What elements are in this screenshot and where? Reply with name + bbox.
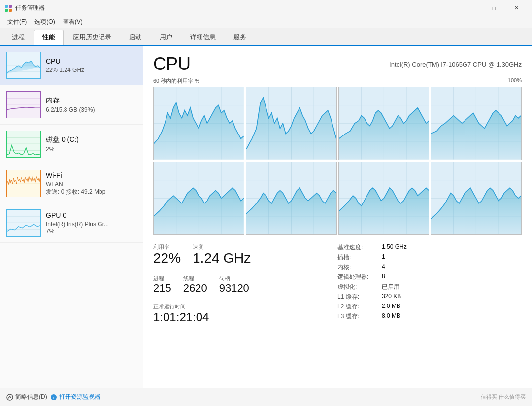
l3-val: 8.0 MB [382, 312, 400, 321]
sidebar-item-cpu[interactable]: CPU 22% 1.24 GHz [0, 46, 143, 85]
graph-max: 100% [508, 77, 522, 85]
watermark: 值得买 什么值得买 [481, 394, 526, 400]
slots-val: 1 [382, 253, 385, 262]
l1-val: 320 KB [382, 293, 401, 301]
base-speed-val: 1.50 GHz [382, 243, 407, 252]
brief-label: 简略信息(D) [15, 393, 47, 401]
utilization-value: 22% [153, 251, 181, 266]
maximize-button[interactable]: □ [482, 0, 505, 16]
memory-sidebar-info: 内存 6.2/15.8 GB (39%) [46, 96, 137, 113]
footer-left: 简略信息(D) i 打开资源监视器 [6, 393, 100, 401]
disk-sidebar-info: 磁盘 0 (C:) 2% [46, 135, 137, 153]
stat-row-proc-thread-handle: 进程 215 线程 2620 句柄 93120 [153, 275, 337, 299]
handles-label: 句柄 [219, 275, 249, 282]
gpu-sub2: Intel(R) Iris(R) Plus Gr... [46, 221, 137, 228]
info-virt: 虚拟化: 已启用 [337, 283, 522, 291]
utilization-label: 利用率 [153, 243, 181, 251]
disk-mini-graph [6, 131, 41, 158]
wifi-sub: 发送: 0 接收: 49.2 Mbp [46, 188, 137, 196]
disk-sub: 2% [46, 146, 137, 153]
app-icon [4, 4, 12, 12]
graph-section: 60 秒内的利用率 % 100% [143, 74, 532, 237]
cpu-core-1-graph [246, 87, 337, 160]
tab-bar: 进程 性能 应用历史记录 启动 用户 详细信息 服务 [0, 28, 532, 46]
stat-handles: 句柄 93120 [219, 275, 249, 294]
slots-key: 插槽: [337, 253, 382, 262]
cpu-core-4-graph [153, 162, 244, 235]
gpu-sidebar-info: GPU 0 Intel(R) Iris(R) Plus Gr... 7% [46, 211, 137, 235]
svg-rect-1 [9, 5, 12, 8]
info-l3: L3 缓存: 8.0 MB [337, 312, 522, 321]
info-cores: 内核: 4 [337, 263, 522, 271]
cpu-core-2-graph [338, 87, 430, 160]
cpu-title: CPU [46, 57, 137, 65]
tab-startup[interactable]: 启动 [121, 30, 150, 45]
sidebar: CPU 22% 1.24 GHz 内存 6.2/1 [0, 46, 143, 388]
menu-file[interactable]: 文件(F) [3, 17, 31, 28]
svg-rect-16 [7, 170, 40, 197]
tab-users[interactable]: 用户 [151, 30, 181, 45]
cpu-sub: 22% 1.24 GHz [46, 67, 137, 73]
cpu-mini-graph [6, 52, 41, 79]
tab-processes[interactable]: 进程 [3, 30, 33, 45]
sidebar-item-wifi[interactable]: Wi-Fi WLAN 发送: 0 接收: 49.2 Mbp [0, 164, 143, 203]
speed-label: 速度 [193, 243, 251, 251]
brief-info-button[interactable]: 简略信息(D) [6, 393, 47, 401]
tab-performance[interactable]: 性能 [34, 30, 64, 45]
stat-speed: 速度 1.24 GHz [193, 243, 251, 266]
graph-header: 60 秒内的利用率 % 100% [153, 77, 522, 85]
tab-services[interactable]: 服务 [225, 30, 255, 45]
sidebar-item-memory[interactable]: 内存 6.2/15.8 GB (39%) [0, 85, 143, 125]
cpu-core-7-graph [431, 162, 522, 235]
sidebar-item-gpu[interactable]: GPU 0 Intel(R) Iris(R) Plus Gr... 7% [0, 203, 143, 243]
cpu-core-3-graph [431, 87, 522, 160]
main-content: CPU 22% 1.24 GHz 内存 6.2/1 [0, 46, 532, 388]
wifi-sidebar-info: Wi-Fi WLAN 发送: 0 接收: 49.2 Mbp [46, 171, 137, 196]
stat-utilization: 利用率 22% [153, 243, 181, 266]
open-monitor-link[interactable]: i 打开资源监视器 [50, 393, 100, 401]
svg-text:i: i [53, 396, 54, 399]
processes-label: 进程 [153, 275, 171, 282]
svg-rect-2 [5, 9, 8, 12]
window-controls: — □ ✕ [460, 0, 528, 16]
wifi-sub2: WLAN [46, 181, 137, 188]
sidebar-item-disk[interactable]: 磁盘 0 (C:) 2% [0, 125, 143, 164]
info-logical: 逻辑处理器: 8 [337, 273, 522, 281]
info-slots: 插槽: 1 [337, 253, 522, 262]
menu-options[interactable]: 选项(O) [31, 17, 59, 28]
svg-rect-8 [7, 92, 40, 118]
memory-sub: 6.2/15.8 GB (39%) [46, 106, 137, 113]
minimize-button[interactable]: — [460, 0, 482, 16]
task-manager-window: 任务管理器 — □ ✕ 文件(F) 选项(O) 查看(V) 进程 性能 应用历史… [0, 0, 532, 406]
speed-value: 1.24 GHz [193, 251, 251, 266]
cores-val: 4 [382, 263, 385, 271]
cpu-core-5-graph [246, 162, 337, 235]
svg-point-88 [7, 394, 13, 400]
gpu-title: GPU 0 [46, 211, 137, 219]
l1-key: L1 缓存: [337, 293, 382, 301]
cpu-info-table: 基准速度: 1.50 GHz 插槽: 1 内核: 4 逻辑处理器: [337, 243, 522, 321]
logical-val: 8 [382, 273, 385, 281]
gpu-sub: 7% [46, 228, 137, 235]
svg-rect-0 [5, 5, 8, 8]
gpu-mini-graph [6, 209, 41, 237]
logical-key: 逻辑处理器: [337, 273, 382, 281]
close-button[interactable]: ✕ [505, 0, 528, 16]
tab-details[interactable]: 详细信息 [182, 30, 224, 45]
monitor-link-text: 打开资源监视器 [59, 393, 100, 401]
l3-key: L3 缓存: [337, 312, 382, 321]
menu-view[interactable]: 查看(V) [59, 17, 87, 28]
threads-label: 线程 [183, 275, 207, 282]
monitor-icon: i [50, 394, 57, 401]
uptime-label: 正常运行时间 [153, 303, 337, 310]
uptime-value: 1:01:21:04 [153, 310, 337, 324]
virt-key: 虚拟化: [337, 283, 382, 291]
detail-header: CPU Intel(R) Core(TM) i7-1065G7 CPU @ 1.… [143, 46, 532, 74]
info-l1: L1 缓存: 320 KB [337, 293, 522, 301]
footer: 简略信息(D) i 打开资源监视器 值得买 什么值得买 [0, 388, 532, 406]
tab-app-history[interactable]: 应用历史记录 [65, 30, 120, 45]
stats-left: 利用率 22% 速度 1.24 GHz 进程 215 [153, 243, 337, 329]
stat-uptime: 正常运行时间 1:01:21:04 [153, 303, 337, 324]
cpu-core-6-graph [338, 162, 430, 235]
stats-right: 基准速度: 1.50 GHz 插槽: 1 内核: 4 逻辑处理器: [337, 243, 522, 329]
